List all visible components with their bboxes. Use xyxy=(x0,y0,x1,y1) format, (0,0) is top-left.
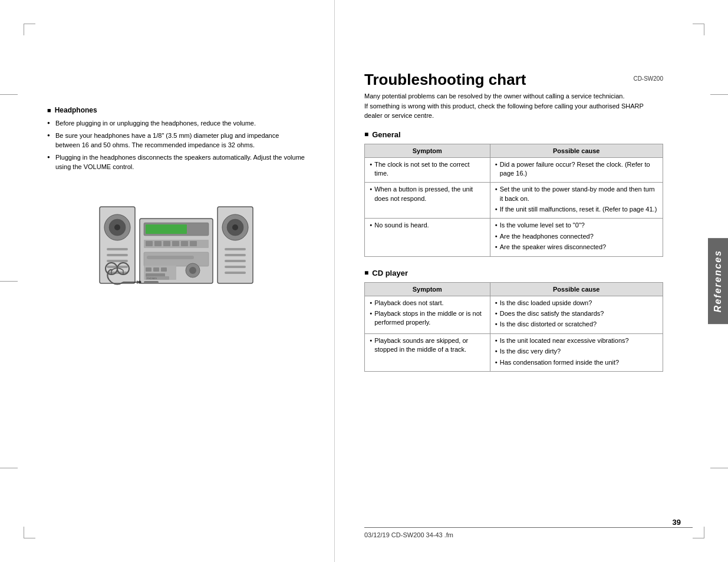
symptom-bullet: No sound is heard. xyxy=(370,221,485,230)
svg-rect-38 xyxy=(225,266,246,268)
svg-rect-4 xyxy=(107,248,128,250)
left-page: Headphones Before plugging in or unplugg… xyxy=(0,0,335,562)
cause-bullet: Is the disc distorted or scratched? xyxy=(495,320,658,329)
table-row: Playback sounds are skipped, or stopped … xyxy=(365,333,663,371)
svg-rect-36 xyxy=(225,254,246,256)
general-symptom-2: When a button is pressed, the unit does … xyxy=(365,183,490,219)
general-cause-1: Did a power failure occur? Reset the clo… xyxy=(490,157,663,183)
corner-tl xyxy=(24,24,35,35)
table-row: No sound is heard. Is the volume level s… xyxy=(365,219,663,256)
side-mark-top-left xyxy=(0,94,18,95)
bullet-2: Be sure your headphones have a 1/8" (3.5… xyxy=(47,131,305,150)
references-tab: References xyxy=(708,238,728,324)
svg-rect-18 xyxy=(190,241,197,246)
right-content: Troubleshooting chart CD-SW200 Many pote… xyxy=(364,71,693,384)
cause-bullet: Has condensation formed inside the unit? xyxy=(495,358,658,367)
table-row: Playback does not start. Playback stops … xyxy=(365,296,663,333)
cause-bullet: Is the disc very dirty? xyxy=(495,347,658,356)
svg-rect-35 xyxy=(225,248,246,250)
corner-bl xyxy=(24,527,35,538)
cause-bullet: If the unit still malfunctions, reset it… xyxy=(495,205,658,214)
svg-point-3 xyxy=(114,224,120,230)
cause-bullet: Is the unit located near excessive vibra… xyxy=(495,336,658,345)
side-mark-bot-left xyxy=(0,468,18,468)
model-number: CD-SW200 xyxy=(633,75,663,82)
svg-rect-8 xyxy=(107,272,128,274)
svg-rect-26 xyxy=(161,267,167,272)
symptom-bullet: Playback stops in the middle or is not p… xyxy=(370,309,485,328)
svg-rect-25 xyxy=(153,267,159,272)
footer-text: 03/12/19 CD-SW200 34-43 .fm xyxy=(364,531,453,538)
cd-symptom-2: Playback sounds are skipped, or stopped … xyxy=(365,333,490,371)
corner-br xyxy=(693,527,704,538)
svg-text:PHONES: PHONES xyxy=(147,277,157,280)
symptom-bullet: Playback does not start. xyxy=(370,299,485,308)
general-cause-2: Set the unit to the power stand-by mode … xyxy=(490,183,663,219)
table-row: When a button is pressed, the unit does … xyxy=(365,183,663,219)
side-mark-right-bot xyxy=(710,468,728,468)
cause-bullet: Did a power failure occur? Reset the clo… xyxy=(495,160,658,178)
svg-point-34 xyxy=(232,224,238,230)
cd-symptom-1: Playback does not start. Playback stops … xyxy=(365,296,490,333)
page-container: Headphones Before plugging in or unplugg… xyxy=(0,0,728,562)
svg-rect-14 xyxy=(154,241,162,246)
cause-bullet: Set the unit to the power stand-by mode … xyxy=(495,185,658,203)
bullet-3: Plugging in the headphones disconnects t… xyxy=(47,153,305,171)
bullet-1: Before plugging in or unplugging the hea… xyxy=(47,119,305,128)
svg-rect-39 xyxy=(225,272,246,274)
stereo-illustration: PHONES xyxy=(94,183,259,289)
cd-cause-2: Is the unit located near excessive vibra… xyxy=(490,333,663,371)
cause-bullet: Is the volume level set to "0"? xyxy=(495,221,658,230)
device-image: PHONES xyxy=(47,183,305,289)
cd-col-symptom: Symptom xyxy=(365,282,490,296)
svg-point-22 xyxy=(189,267,196,274)
side-mark-right-top xyxy=(710,94,728,95)
cd-cause-1: Is the disc loaded upside down? Does the… xyxy=(490,296,663,333)
page-number: 39 xyxy=(673,518,681,527)
general-title: General xyxy=(364,130,663,139)
cd-col-cause: Possible cause xyxy=(490,282,663,296)
symptom-bullet: Playback sounds are skipped, or stopped … xyxy=(370,336,485,355)
left-content: Headphones Before plugging in or unplugg… xyxy=(47,106,305,289)
cause-bullet: Are the headphones connected? xyxy=(495,232,658,241)
svg-rect-20 xyxy=(147,256,194,259)
svg-rect-24 xyxy=(146,267,151,272)
symptom-bullet: When a button is pressed, the unit does … xyxy=(370,185,485,203)
intro-text-1: Many potential problems can be resolved … xyxy=(364,91,663,121)
headphones-bullets: Before plugging in or unplugging the hea… xyxy=(47,119,305,171)
svg-rect-15 xyxy=(163,241,170,246)
main-title: Troubleshooting chart xyxy=(364,71,526,89)
table-row: The clock is not set to the correct time… xyxy=(365,157,663,183)
svg-rect-17 xyxy=(181,241,188,246)
svg-rect-13 xyxy=(146,241,153,246)
headphones-title: Headphones xyxy=(47,106,305,114)
footer-bar: 03/12/19 CD-SW200 34-43 .fm xyxy=(364,527,693,538)
cd-table: Symptom Possible cause Playback does not… xyxy=(364,282,663,372)
general-cause-3: Is the volume level set to "0"? Are the … xyxy=(490,219,663,256)
general-table: Symptom Possible cause The clock is not … xyxy=(364,144,663,257)
cause-bullet: Is the disc loaded upside down? xyxy=(495,299,658,308)
right-page: References Troubleshooting chart CD-SW20… xyxy=(335,0,728,562)
corner-tr xyxy=(693,24,704,35)
svg-rect-5 xyxy=(107,254,128,256)
cause-bullet: Does the disc satisfy the standards? xyxy=(495,309,658,318)
svg-rect-16 xyxy=(172,241,179,246)
svg-rect-30 xyxy=(144,281,159,283)
svg-rect-11 xyxy=(146,224,187,234)
cd-title: CD player xyxy=(364,269,663,277)
side-mark-mid-left xyxy=(0,281,18,282)
general-symptom-1: The clock is not set to the correct time… xyxy=(365,157,490,183)
general-symptom-3: No sound is heard. xyxy=(365,219,490,256)
svg-rect-37 xyxy=(225,260,246,262)
general-col-cause: Possible cause xyxy=(490,144,663,157)
cause-bullet: Are the speaker wires disconnected? xyxy=(495,243,658,252)
symptom-bullet: The clock is not set to the correct time… xyxy=(370,160,485,178)
svg-rect-6 xyxy=(107,260,128,262)
general-col-symptom: Symptom xyxy=(365,144,490,157)
